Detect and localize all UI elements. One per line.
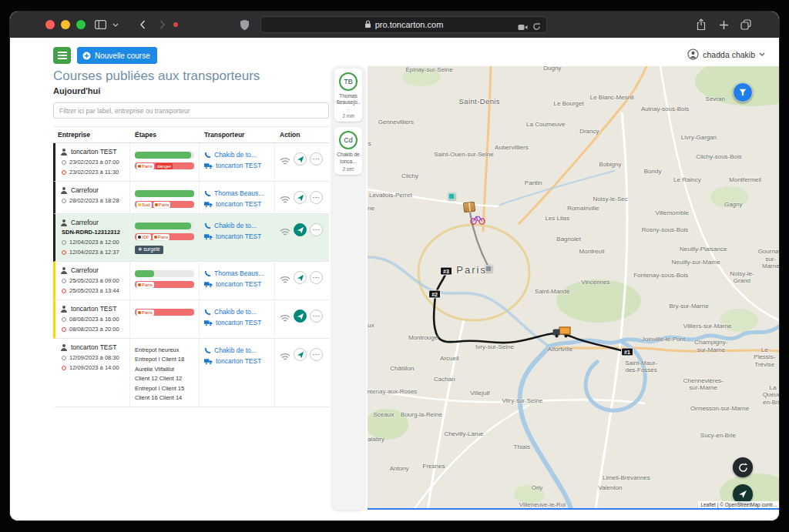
- carrier-link[interactable]: toncarton TEST: [204, 319, 270, 326]
- carrier-link[interactable]: toncarton TEST: [204, 233, 270, 240]
- table-row[interactable]: toncarton TEST 23/02/2023 à 07:0023/02/2…: [53, 143, 329, 182]
- send-button[interactable]: [294, 309, 307, 323]
- more-button[interactable]: ···: [310, 223, 323, 236]
- progress-bar: [135, 152, 194, 159]
- more-button[interactable]: ···: [310, 309, 323, 323]
- alert-bar: SudParis: [135, 201, 194, 208]
- sidebar-toggle-icon[interactable]: [95, 18, 106, 31]
- send-plane-icon: [297, 351, 304, 359]
- step-label: Client 16 Client 14: [135, 394, 194, 401]
- step-date: 25/05/2023 à 09:00: [60, 277, 125, 284]
- driver-link[interactable]: Thomas Beaus...: [204, 269, 270, 277]
- driver-card[interactable]: TB Thomas Beausejo... 3 min: [334, 69, 362, 122]
- driver-link[interactable]: Chakib de to...: [204, 151, 270, 159]
- tabs-overview-icon[interactable]: [740, 18, 751, 31]
- more-button[interactable]: ···: [310, 152, 323, 166]
- window-controls[interactable]: [45, 20, 86, 29]
- map-filter-button[interactable]: [733, 82, 753, 102]
- table-row[interactable]: Carrefour 25/05/2023 à 09:0025/05/2023 à…: [53, 262, 329, 300]
- signal-icon: [280, 157, 290, 166]
- account-name: chadda chakib: [703, 50, 755, 59]
- carrier-link[interactable]: toncarton TEST: [204, 280, 270, 288]
- shield-icon[interactable]: [240, 18, 250, 31]
- back-icon[interactable]: [139, 18, 146, 31]
- alert-bar: IDFParis: [135, 233, 194, 240]
- new-course-button[interactable]: Nouvelle course: [77, 47, 157, 64]
- zoom-window-button[interactable]: [76, 20, 86, 29]
- send-button[interactable]: [294, 348, 307, 361]
- minimize-window-button[interactable]: [61, 20, 70, 29]
- map-canvas: [368, 66, 779, 510]
- table-row[interactable]: Carrefour 28/02/2023 à 18:28 SudParis Th…: [53, 182, 329, 214]
- camera-icon[interactable]: [518, 20, 528, 34]
- close-window-button[interactable]: [45, 20, 55, 29]
- send-button[interactable]: [294, 271, 307, 284]
- filter-input[interactable]: [53, 102, 329, 119]
- step-dot-icon: [62, 366, 66, 370]
- app-content: Nouvelle course chadda chakib Courses pu…: [10, 38, 779, 521]
- signal-indicator: [280, 273, 290, 287]
- driver-card[interactable]: Cd Chakib de tonca... 3 sec: [334, 127, 362, 174]
- gray-square-marker[interactable]: [485, 266, 492, 273]
- carrier-link[interactable]: toncarton TEST: [204, 357, 270, 365]
- phone-icon: [204, 270, 211, 277]
- new-tab-icon[interactable]: [719, 18, 729, 31]
- teal-square-marker[interactable]: [448, 192, 455, 199]
- alert-bar: Paris: [135, 309, 194, 316]
- map[interactable]: Épinay-sur-SeineDugnySaint-DenisLe Bourg…: [368, 66, 779, 510]
- step-dot-icon: [62, 279, 66, 283]
- more-button[interactable]: ···: [310, 271, 323, 284]
- carrier-link[interactable]: toncarton TEST: [204, 162, 270, 169]
- send-button[interactable]: [294, 152, 307, 166]
- navigation-arrow-icon: [738, 490, 747, 499]
- table-row[interactable]: Carrefour SDN-RDRD-12312312 12/04/2023 à…: [53, 214, 329, 262]
- truck-marker[interactable]: [552, 326, 572, 338]
- route-badge: Paris: [153, 234, 170, 240]
- step-label: Entrepot I Client 18: [135, 356, 194, 363]
- signal-icon: [280, 228, 290, 236]
- signal-icon: [280, 314, 290, 323]
- menu-button[interactable]: [53, 47, 71, 64]
- driver-link[interactable]: Chakib de to...: [204, 346, 270, 354]
- package-marker[interactable]: [463, 202, 475, 212]
- truck-icon: [204, 358, 213, 365]
- route-badge: Sud: [136, 202, 152, 208]
- person-icon: [60, 305, 68, 313]
- record-dot-icon: [173, 18, 178, 31]
- browser-titlebar: pro.toncarton.com: [10, 12, 779, 38]
- truck-icon: [204, 233, 213, 240]
- driver-name: Chakib de tonca...: [336, 152, 361, 164]
- step-date: 23/02/2023 à 07:00: [60, 159, 125, 166]
- driver-link[interactable]: Thomas Beaus...: [204, 189, 270, 197]
- truck-icon: [204, 201, 213, 208]
- chevron-down-icon[interactable]: [112, 18, 119, 31]
- share-icon[interactable]: [696, 18, 707, 31]
- url-bar[interactable]: pro.toncarton.com: [260, 16, 547, 33]
- table-row[interactable]: toncarton TEST 08/08/2023 à 16:0008/08/2…: [53, 300, 329, 339]
- reload-icon[interactable]: [532, 20, 541, 34]
- waypoint-badge[interactable]: #2: [428, 290, 441, 299]
- url-text: pro.toncarton.com: [375, 20, 444, 29]
- carrier-link[interactable]: toncarton TEST: [204, 200, 270, 208]
- map-refresh-button[interactable]: [733, 457, 753, 477]
- send-button[interactable]: [294, 191, 307, 204]
- waypoint-badge[interactable]: #3: [440, 267, 452, 276]
- table-row[interactable]: toncarton TEST 12/09/2023 à 08:3012/09/2…: [53, 339, 329, 407]
- bicycle-marker[interactable]: [470, 214, 485, 228]
- driver-link[interactable]: Chakib de to...: [204, 222, 270, 229]
- more-button[interactable]: ···: [310, 348, 323, 361]
- lock-icon: [364, 18, 371, 32]
- more-button[interactable]: ···: [310, 191, 323, 204]
- waypoint-badge[interactable]: #1: [621, 347, 633, 356]
- signal-icon: [280, 196, 290, 204]
- account-menu[interactable]: chadda chakib: [687, 49, 765, 60]
- driver-avatar: Cd: [339, 131, 358, 149]
- send-button[interactable]: [294, 223, 307, 236]
- driver-link[interactable]: Chakib de to...: [204, 308, 270, 316]
- phone-icon: [204, 309, 211, 316]
- driver-eta: 3 min: [336, 113, 361, 119]
- browser-window: pro.toncarton.com Nouvelle course: [9, 11, 780, 521]
- signal-indicator: [280, 193, 290, 207]
- forward-icon[interactable]: [159, 18, 166, 31]
- signal-indicator: [280, 312, 290, 326]
